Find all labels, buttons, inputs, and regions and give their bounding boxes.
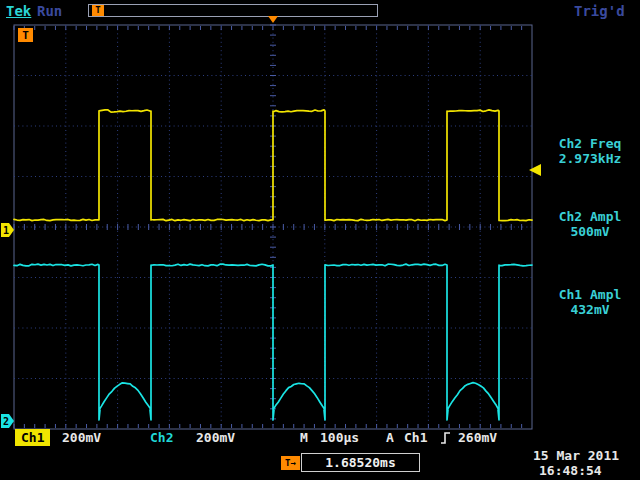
timebase-label: M <box>300 430 308 445</box>
oscilloscope-screen: { "topbar": { "logo": "Tek", "acq_status… <box>0 0 640 480</box>
ch2-channel-label: Ch2 <box>150 430 173 445</box>
trigger-t-marker: T <box>18 28 33 42</box>
svg-text:T: T <box>22 29 29 42</box>
graticule: T12 <box>0 24 545 430</box>
rising-slope-icon <box>440 431 451 445</box>
timebase-readout: 100µs <box>320 430 359 445</box>
acquisition-status: Run <box>37 3 62 19</box>
measurement-ch2-ampl: Ch2 Ampl 500mV <box>540 209 640 239</box>
date-text: 15 Mar 2011 <box>533 448 619 463</box>
time-text: 16:48:54 <box>533 463 619 478</box>
trigger-a-label: A <box>386 430 394 445</box>
horizontal-position-readout: 1.68520ms <box>301 453 420 472</box>
trigger-level-readout: 260mV <box>458 430 497 445</box>
trigger-source-readout: Ch1 <box>404 430 427 445</box>
ch1-scale-readout: 200mV <box>62 430 101 445</box>
ch2-scale-readout: 200mV <box>196 430 235 445</box>
measurement-ch2-freq: Ch2 Freq 2.973kHz <box>540 136 640 166</box>
datetime: 15 Mar 2011 16:48:54 <box>533 448 619 478</box>
measurement-label: Ch2 Ampl <box>540 209 640 224</box>
ch1-channel-badge: Ch1 <box>15 429 50 446</box>
ch1-ground-marker: 1 <box>1 223 14 237</box>
record-view-box: T <box>88 4 378 17</box>
trigger-status: Trig'd <box>574 3 625 19</box>
measurement-ch1-ampl: Ch1 Ampl 432mV <box>540 287 640 317</box>
svg-text:1: 1 <box>3 225 9 236</box>
ch2-ground-marker: 2 <box>1 414 14 428</box>
trigger-position-arrow-icon <box>268 16 278 23</box>
trigger-position-icon: T <box>92 5 104 16</box>
measurement-label: Ch1 Ampl <box>540 287 640 302</box>
measurement-value: 2.973kHz <box>540 151 640 166</box>
measurement-value: 432mV <box>540 302 640 317</box>
tek-logo: Tek <box>6 3 31 19</box>
measurement-label: Ch2 Freq <box>540 136 640 151</box>
measurement-value: 500mV <box>540 224 640 239</box>
delay-marker-icon: T→ <box>281 456 300 470</box>
svg-text:2: 2 <box>3 416 9 427</box>
